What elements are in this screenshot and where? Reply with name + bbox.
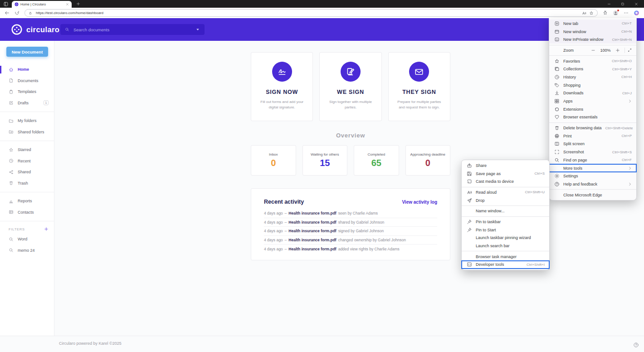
- favorites-bar-icon[interactable]: [603, 10, 608, 15]
- minimize-button[interactable]: [602, 0, 616, 8]
- menu-item[interactable]: New tab Ctrl+T: [549, 20, 636, 28]
- close-button[interactable]: [629, 0, 643, 8]
- plus-icon[interactable]: [76, 2, 80, 6]
- sidebar-item[interactable]: Templates: [0, 86, 54, 98]
- activity-file-link[interactable]: Health insurance form.pdf: [288, 229, 336, 233]
- plus-icon[interactable]: [44, 227, 49, 231]
- menu-item[interactable]: Extensions: [549, 105, 636, 113]
- menu-item[interactable]: New InPrivate window Ctrl+Shift+N: [549, 35, 636, 44]
- document-search-bar[interactable]: [60, 24, 205, 35]
- menu-item[interactable]: Screenshot Ctrl+Shift+S: [549, 148, 636, 156]
- submenu-item[interactable]: Pin to Start: [462, 226, 549, 234]
- pin-icon: [467, 219, 472, 225]
- submenu-item[interactable]: Launch search bar: [462, 242, 549, 250]
- maximize-button[interactable]: [616, 0, 629, 8]
- sidebar-item[interactable]: Documents: [0, 75, 54, 87]
- contacts-icon: [9, 210, 14, 215]
- search-input[interactable]: [73, 27, 192, 33]
- menu-item[interactable]: History Ctrl+H: [549, 73, 636, 81]
- submenu-item[interactable]: Drop: [462, 196, 549, 205]
- menu-item[interactable]: Delete browsing data Ctrl+Shift+Delete: [549, 124, 636, 132]
- sign-card[interactable]: THEY SIGN Prepare for multiple parties a…: [388, 52, 450, 121]
- read-aloud-icon[interactable]: [582, 11, 586, 15]
- address-bar[interactable]: [24, 9, 598, 17]
- sidebar-filter-item[interactable]: memo 24: [0, 245, 54, 256]
- activity-file-link[interactable]: Health insurance form.pdf: [288, 238, 336, 242]
- menu-item[interactable]: Settings: [549, 172, 636, 180]
- menu-item[interactable]: Collections Ctrl+Shift+Y: [549, 65, 636, 73]
- minus-icon[interactable]: [591, 48, 595, 53]
- sign-card[interactable]: WE SIGN Sign together with multiple part…: [319, 52, 381, 121]
- caret-down-icon[interactable]: [195, 27, 200, 32]
- sidebar-item[interactable]: Starred: [0, 144, 54, 156]
- new-window-icon: [554, 29, 560, 34]
- submenu-item[interactable]: Developer tools Ctrl+Shift+I: [462, 261, 549, 269]
- refresh-icon[interactable]: [15, 10, 20, 15]
- activity-file-link[interactable]: Health insurance form.pdf: [288, 247, 336, 251]
- menu-item[interactable]: Shopping: [549, 81, 636, 89]
- sidebar-filter-item[interactable]: Word: [0, 234, 54, 245]
- sidebar-item[interactable]: Reports: [0, 196, 54, 207]
- submenu-item[interactable]: Share: [462, 161, 549, 170]
- submenu-item[interactable]: Launch taskbar pinning wizard: [462, 234, 549, 242]
- back-arrow-icon[interactable]: [5, 10, 10, 15]
- sidebar-item[interactable]: Recent: [0, 156, 54, 167]
- menu-item[interactable]: More tools: [549, 164, 636, 172]
- menu-item[interactable]: Find on page Ctrl+F: [549, 156, 636, 164]
- tab-actions-icon[interactable]: [3, 1, 9, 7]
- menu-item[interactable]: New window Ctrl+N: [549, 28, 636, 36]
- stat-card[interactable]: Inbox 0: [251, 145, 296, 176]
- pin-icon: [467, 227, 472, 233]
- sidebar-item[interactable]: My folders: [0, 115, 54, 127]
- view-activity-log-link[interactable]: View activity log: [402, 200, 437, 205]
- sign-card[interactable]: SIGN NOW Fill out forms and add your dig…: [251, 52, 313, 121]
- more-dots-icon[interactable]: [624, 10, 629, 15]
- menu-item[interactable]: Close Microsoft Edge: [549, 191, 636, 199]
- share-icon: [9, 170, 14, 175]
- menu-item[interactable]: Favorites Ctrl+Shift+O: [549, 57, 636, 65]
- stat-card[interactable]: Waiting for others 15: [302, 145, 348, 176]
- app-logo[interactable]: circularo: [11, 24, 59, 35]
- fullscreen-button[interactable]: [624, 48, 632, 53]
- activity-file-link[interactable]: Health insurance form.pdf: [288, 220, 336, 225]
- menu-shortcut: Ctrl+Shift+Y: [612, 67, 632, 71]
- sidebar-item[interactable]: Shared folders: [0, 127, 54, 138]
- copilot-icon[interactable]: [634, 10, 639, 16]
- browser-tab[interactable]: Home | Circularo: [12, 1, 72, 8]
- sidebar-item[interactable]: Contacts: [0, 207, 54, 218]
- clock-icon: [9, 158, 14, 163]
- avatar-icon[interactable]: [613, 10, 619, 16]
- menu-separator: [549, 55, 636, 56]
- sidebar-item[interactable]: Drafts 1: [0, 98, 54, 109]
- activity-file-link[interactable]: Health insurance form.pdf: [288, 211, 336, 215]
- submenu-item[interactable]: Save page as Ctrl+S: [462, 170, 549, 178]
- help-icon[interactable]: [633, 342, 639, 348]
- new-document-button[interactable]: New Document: [6, 47, 48, 57]
- sidebar-item[interactable]: Home: [0, 64, 54, 75]
- sidebar-item[interactable]: Trash: [0, 178, 54, 189]
- sign-card-title: WE SIGN: [337, 89, 364, 95]
- lock-icon[interactable]: [29, 11, 32, 15]
- close-icon[interactable]: [66, 3, 69, 6]
- sidebar-item[interactable]: Shared: [0, 166, 54, 178]
- menu-shortcut: Ctrl+N: [621, 29, 632, 34]
- menu-item[interactable]: Apps: [549, 97, 636, 105]
- url-input[interactable]: [35, 10, 579, 15]
- submenu-item[interactable]: Read aloud Ctrl+Shift+U: [462, 188, 549, 196]
- menu-item[interactable]: Split screen: [549, 140, 636, 148]
- menu-item[interactable]: Browser essentials: [549, 113, 636, 122]
- submenu-item[interactable]: Name window...: [462, 207, 549, 215]
- browser-toolbar: [0, 8, 644, 18]
- stat-card[interactable]: Approaching deadline 0: [405, 145, 451, 176]
- submenu-item[interactable]: Cast media to device: [462, 177, 549, 186]
- star-icon[interactable]: [589, 11, 594, 15]
- submenu-item[interactable]: Browser task manager: [462, 253, 549, 261]
- submenu-item[interactable]: Pin to taskbar: [462, 218, 549, 226]
- menu-item[interactable]: Print Ctrl+P: [549, 132, 636, 140]
- sidebar: New Document Home Documents: [0, 41, 54, 336]
- search-icon: [9, 248, 14, 253]
- plus-icon[interactable]: [615, 48, 620, 53]
- stat-card[interactable]: Completed 65: [354, 145, 399, 176]
- menu-item[interactable]: Help and feedback: [549, 180, 636, 188]
- menu-item[interactable]: Downloads Ctrl+J: [549, 89, 636, 98]
